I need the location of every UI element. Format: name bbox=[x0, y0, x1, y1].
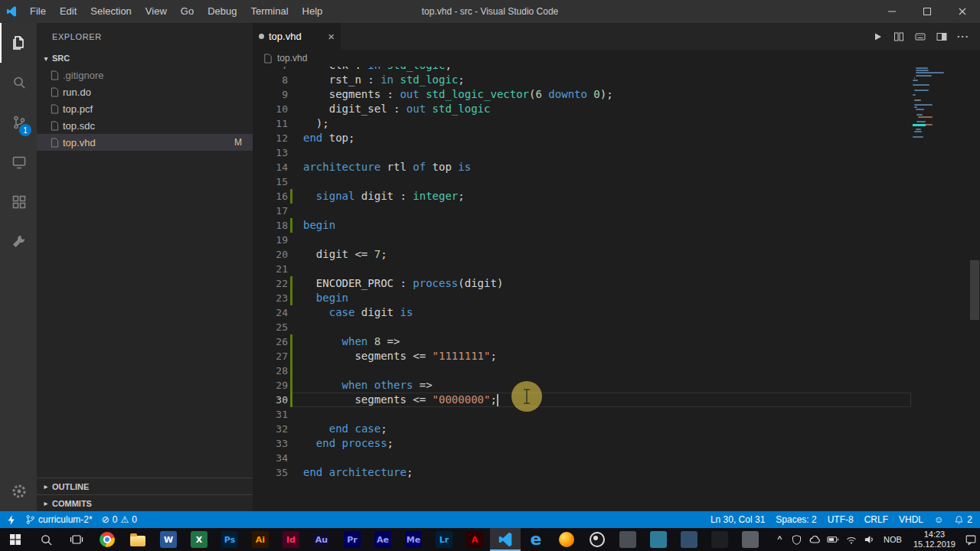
line-number[interactable]: 24 bbox=[253, 305, 288, 320]
battery-icon[interactable] bbox=[824, 528, 842, 551]
code-line[interactable]: 21 bbox=[253, 262, 966, 276]
code-line[interactable]: 19 bbox=[253, 233, 966, 247]
breadcrumb[interactable]: top.vhd bbox=[253, 50, 980, 67]
code-line[interactable]: 27 segments <= "1111111"; bbox=[253, 349, 966, 364]
line-number[interactable]: 10 bbox=[253, 102, 288, 116]
line-number[interactable]: 33 bbox=[253, 436, 288, 451]
taskbar-app-app-20[interactable] bbox=[674, 528, 704, 551]
code-line[interactable]: 23 begin bbox=[253, 291, 966, 305]
taskbar-app-illustrator[interactable]: Ai bbox=[245, 528, 276, 551]
file-item-top.pcf[interactable]: top.pcf bbox=[37, 100, 253, 117]
task-view-button[interactable] bbox=[61, 528, 92, 551]
wifi-icon[interactable] bbox=[842, 528, 861, 551]
tab-close-icon[interactable]: × bbox=[328, 31, 335, 42]
code-line[interactable]: 7 clk : in std_logic; bbox=[253, 67, 966, 73]
file-item-top.vhd[interactable]: top.vhdM bbox=[37, 134, 253, 151]
code-line[interactable]: 14architecture rtl of top is bbox=[253, 160, 966, 174]
more-actions-icon[interactable]: ··· bbox=[957, 31, 969, 42]
run-icon[interactable] bbox=[871, 31, 884, 43]
source-control-activity-button[interactable]: 1 bbox=[0, 103, 37, 142]
settings-button[interactable] bbox=[0, 471, 37, 511]
extensions-activity-button[interactable] bbox=[0, 182, 37, 222]
scrollbar-thumb[interactable] bbox=[970, 260, 979, 320]
code-line[interactable]: 20 digit <= 7; bbox=[253, 247, 966, 262]
line-number[interactable]: 9 bbox=[253, 87, 288, 102]
code-line[interactable]: 34 bbox=[253, 451, 966, 465]
taskbar-clock[interactable]: 14:23 15.12.2019 bbox=[907, 530, 962, 549]
code-line[interactable]: 35end architecture; bbox=[253, 465, 966, 480]
keyboard-language[interactable]: NOB bbox=[878, 535, 907, 544]
line-number[interactable]: 26 bbox=[253, 334, 288, 349]
file-item-top.sdc[interactable]: top.sdc bbox=[37, 117, 253, 134]
line-number[interactable]: 30 bbox=[253, 393, 288, 407]
split-editor-icon[interactable] bbox=[893, 31, 905, 43]
debug-activity-button[interactable] bbox=[0, 142, 37, 182]
line-number[interactable]: 25 bbox=[253, 320, 288, 334]
taskbar-app-file-explorer[interactable] bbox=[122, 528, 153, 551]
eol-status[interactable]: CRLF bbox=[864, 514, 888, 525]
commits-section[interactable]: ▸ COMMITS bbox=[37, 494, 253, 511]
code-line[interactable]: 11 ); bbox=[253, 116, 966, 131]
file-item-.gitignore[interactable]: .gitignore bbox=[37, 67, 253, 83]
feedback-smiley-icon[interactable]: ☺ bbox=[934, 514, 943, 525]
line-number[interactable]: 12 bbox=[253, 131, 288, 145]
line-number[interactable]: 18 bbox=[253, 218, 288, 233]
line-number[interactable]: 13 bbox=[253, 145, 288, 160]
code-line[interactable]: 8 rst_n : in std_logic; bbox=[253, 73, 966, 87]
line-number[interactable]: 8 bbox=[253, 73, 288, 87]
explorer-activity-button[interactable] bbox=[0, 23, 37, 63]
line-number[interactable]: 27 bbox=[253, 349, 288, 364]
code-line[interactable]: 16 signal digit : integer; bbox=[253, 189, 966, 204]
line-number[interactable]: 22 bbox=[253, 276, 288, 291]
taskbar-app-after-effects[interactable]: Ae bbox=[368, 528, 398, 551]
remote-indicator-icon[interactable] bbox=[6, 514, 16, 526]
volume-icon[interactable] bbox=[861, 528, 878, 551]
code-line[interactable]: 12end top; bbox=[253, 131, 966, 145]
encoding-status[interactable]: UTF-8 bbox=[828, 514, 854, 525]
tray-expand-button[interactable]: ^ bbox=[771, 534, 788, 545]
line-number[interactable]: 28 bbox=[253, 364, 288, 378]
code-line[interactable]: 9 segments : out std_logic_vector(6 down… bbox=[253, 87, 966, 102]
menu-item-debug[interactable]: Debug bbox=[201, 0, 243, 23]
problems-status[interactable]: ⊘ 0 ⚠ 0 bbox=[102, 514, 137, 525]
taskbar-app-app-21[interactable] bbox=[704, 528, 735, 551]
tools-activity-button[interactable] bbox=[0, 222, 37, 262]
taskbar-app-word[interactable]: W bbox=[153, 528, 184, 551]
taskbar-app-obs[interactable] bbox=[582, 528, 612, 551]
indentation-status[interactable]: Spaces: 2 bbox=[776, 514, 816, 525]
line-number[interactable]: 32 bbox=[253, 422, 288, 436]
file-item-run.do[interactable]: run.do bbox=[37, 83, 253, 100]
line-number[interactable]: 29 bbox=[253, 378, 288, 393]
menu-item-edit[interactable]: Edit bbox=[53, 0, 83, 23]
code-line[interactable]: 26 when 8 => bbox=[253, 334, 966, 349]
taskbar-app-acrobat[interactable]: A bbox=[459, 528, 490, 551]
language-mode-status[interactable]: VHDL bbox=[899, 514, 923, 525]
menu-item-view[interactable]: View bbox=[139, 0, 174, 23]
taskbar-app-firefox[interactable] bbox=[551, 528, 582, 551]
maximize-button[interactable] bbox=[910, 0, 945, 23]
code-line[interactable]: 31 bbox=[253, 407, 966, 422]
line-number[interactable]: 11 bbox=[253, 116, 288, 131]
taskbar-app-lightroom[interactable]: Lr bbox=[429, 528, 459, 551]
cloud-icon[interactable] bbox=[805, 528, 824, 551]
line-number[interactable]: 7 bbox=[253, 67, 288, 73]
menu-item-help[interactable]: Help bbox=[296, 0, 330, 23]
taskbar-app-chrome[interactable] bbox=[92, 528, 122, 551]
notification-center-button[interactable] bbox=[962, 528, 980, 551]
code-line[interactable]: 32 end case; bbox=[253, 422, 966, 436]
code-line[interactable]: 33 end process; bbox=[253, 436, 966, 451]
taskbar-app-vscode[interactable] bbox=[490, 528, 521, 551]
taskbar-app-app-18[interactable] bbox=[612, 528, 643, 551]
line-number[interactable]: 35 bbox=[253, 465, 288, 480]
code-line[interactable]: 10 digit_sel : out std_logic bbox=[253, 102, 966, 116]
taskbar-app-audition[interactable]: Au bbox=[306, 528, 337, 551]
code-line[interactable]: 25 bbox=[253, 320, 966, 334]
taskbar-app-app-19[interactable] bbox=[643, 528, 674, 551]
line-number[interactable]: 31 bbox=[253, 407, 288, 422]
folder-src[interactable]: ▾ SRC bbox=[37, 50, 253, 67]
code-line[interactable]: 17 bbox=[253, 204, 966, 218]
keyboard-icon[interactable] bbox=[914, 31, 926, 43]
search-activity-button[interactable] bbox=[0, 63, 37, 103]
taskbar-app-premiere[interactable]: Pr bbox=[337, 528, 368, 551]
line-number[interactable]: 17 bbox=[253, 204, 288, 218]
